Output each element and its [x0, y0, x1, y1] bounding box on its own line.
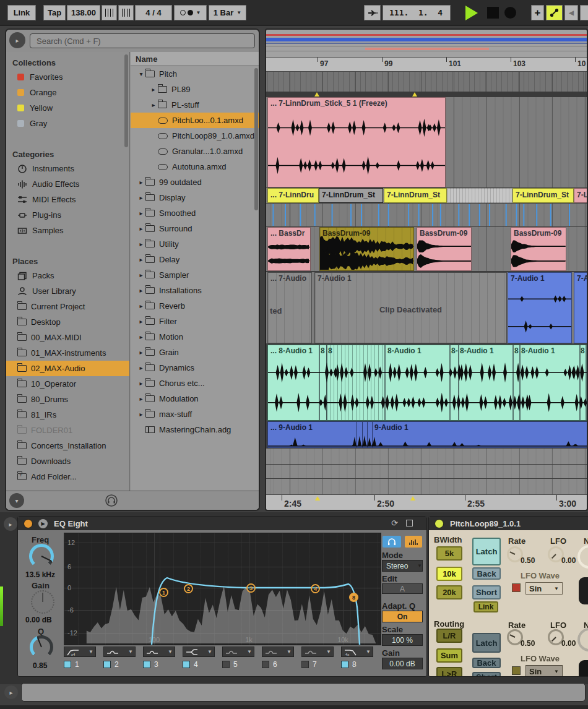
- clip-audio7[interactable]: 7-Audio 1: [508, 272, 572, 343]
- time-ruler[interactable]: 2:45 2:50 2:55 3:00: [266, 494, 587, 511]
- clip-audio8-group[interactable]: ... 8-Audio 1 8 8 8-Audio 1 8- 8-Audio 1…: [267, 345, 588, 421]
- eq-band-5-toggle[interactable]: [222, 661, 230, 668]
- gain-knob[interactable]: [31, 590, 54, 614]
- ar극rangement-overview[interactable]: [266, 30, 587, 58]
- eq-curve-display[interactable]: 12 6 0 -6 -12 100 1k 10k 1 2 3 4 8: [64, 533, 381, 645]
- sidebar-item-instruments[interactable]: Instruments: [6, 161, 129, 176]
- track-empty[interactable]: [266, 465, 588, 478]
- latch-button[interactable]: Latch: [472, 538, 501, 565]
- note-knob-b[interactable]: [577, 628, 588, 651]
- note-knob[interactable]: [577, 545, 588, 569]
- clip-bassdrum-selected[interactable]: BassDrum-09: [319, 227, 414, 271]
- eq-band-7-toggle[interactable]: [301, 661, 309, 668]
- sidebar-item-midi-effects[interactable]: MIDI Effects: [6, 192, 129, 207]
- track-empty[interactable]: [266, 479, 588, 494]
- edit-ab-button[interactable]: A: [382, 583, 423, 594]
- caret-right-icon[interactable]: ▸: [137, 179, 145, 186]
- pitch-knob[interactable]: [579, 577, 588, 604]
- device-area-toggle-button[interactable]: ▸: [4, 517, 17, 531]
- eq-band-3-filter-menu[interactable]: ▼: [143, 647, 175, 657]
- file-row[interactable]: ▸Display: [131, 190, 259, 205]
- caret-right-icon[interactable]: ▸: [137, 256, 145, 263]
- metronome-button[interactable]: ▼: [174, 5, 207, 20]
- file-row[interactable]: PitchLoop89_1.0.amxd: [131, 128, 259, 144]
- tap-tempo-button[interactable]: Tap: [43, 5, 66, 20]
- caret-right-icon[interactable]: ▸: [137, 194, 145, 201]
- caret-right-icon[interactable]: ▸: [149, 86, 158, 93]
- latch-button-b[interactable]: Latch: [472, 633, 501, 653]
- file-row[interactable]: ▸Chorus etc...: [131, 376, 259, 391]
- lfo-wave-swatch-b[interactable]: [512, 666, 521, 675]
- stop-button[interactable]: [487, 7, 499, 19]
- file-row[interactable]: ▸Reverb: [131, 298, 259, 314]
- browser-collapse-button[interactable]: ▾: [9, 493, 24, 508]
- quantize-menu[interactable]: 1 Bar▼: [209, 5, 246, 20]
- clip-audio7-deactivated[interactable]: 7-Audio 1 Clip Deactivated: [314, 272, 507, 343]
- pitch-knob-b[interactable]: [579, 660, 588, 677]
- marker-icon[interactable]: [315, 496, 320, 501]
- clip-linndrum-selected[interactable]: 7-LinnDrum_St: [319, 188, 383, 203]
- sidebar-item-concerts-installation[interactable]: Concerts_Installation: [6, 438, 129, 453]
- sidebar-item-yellow[interactable]: Yellow: [6, 100, 129, 116]
- clip-bassdrum[interactable]: ... BassDr: [267, 227, 311, 271]
- arrangement-position-field[interactable]: 111. 1. 4: [383, 5, 451, 20]
- audition-button[interactable]: [383, 536, 401, 548]
- clip-linndrum-pink[interactable]: 7-L: [574, 188, 588, 203]
- search-input[interactable]: [30, 33, 255, 48]
- bar-ruler[interactable]: 97 99 101 103 10: [266, 58, 587, 71]
- clip-audio9[interactable]: ... 9-Audio 1 9-Audio 1: [267, 421, 588, 448]
- eq-band-6-toggle[interactable]: [262, 661, 269, 668]
- track-linndrum-slices[interactable]: ... 7-LinnDru 7-LinnDrum_St 7-LinnDrum_S…: [266, 188, 588, 203]
- sidebar-item-gray[interactable]: Gray: [6, 116, 129, 131]
- sidebar-item-samples[interactable]: Samples: [6, 223, 129, 238]
- locator-strip[interactable]: [266, 92, 587, 97]
- clip-linndrum[interactable]: ... 7-LinnDru: [267, 188, 319, 203]
- file-row[interactable]: ▸PL89: [131, 82, 259, 97]
- sidebar-item-audio-effects[interactable]: Audio Effects: [6, 176, 129, 192]
- file-row[interactable]: ▸Surround: [131, 221, 259, 236]
- browser-toggle-button[interactable]: ▸: [9, 32, 25, 48]
- record-button[interactable]: [504, 7, 516, 19]
- file-row[interactable]: ▸Modulation: [131, 391, 259, 406]
- caret-right-icon[interactable]: ▸: [137, 287, 145, 294]
- eq-band-5-filter-menu[interactable]: ▼: [222, 647, 254, 657]
- eq-band-1-toggle[interactable]: [64, 661, 71, 668]
- routing-lr-button[interactable]: L/R: [436, 629, 462, 643]
- track-bassdrum[interactable]: ... BassDr BassDrum-09 BassDrum-09 BassD…: [266, 227, 588, 271]
- sidebar-item-80-drums[interactable]: 80_Drums: [6, 392, 129, 407]
- track-audio9[interactable]: ... 9-Audio 1 9-Audio 1: [266, 421, 588, 448]
- caret-right-icon[interactable]: ▸: [137, 272, 145, 278]
- link-button-pl[interactable]: Link: [473, 601, 498, 612]
- hot-swap-icon[interactable]: ⟳: [391, 518, 398, 528]
- sidebar-item-user-library[interactable]: User Library: [6, 283, 129, 299]
- routing-l2r-button[interactable]: L>R: [436, 667, 462, 677]
- device-on-led[interactable]: [24, 519, 33, 528]
- sidebar-item-downloads[interactable]: Downloads: [6, 453, 129, 469]
- mode-select[interactable]: Stereo▼: [382, 560, 423, 572]
- eq-band-8-toggle[interactable]: [341, 661, 348, 668]
- eq-band-1-filter-menu[interactable]: x4 ▼: [64, 647, 96, 657]
- track-midi-collapsed[interactable]: [266, 204, 588, 226]
- q-knob[interactable]: [30, 635, 53, 659]
- tempo-field[interactable]: 138.00: [67, 5, 100, 20]
- caret-right-icon[interactable]: ▸: [137, 303, 145, 309]
- caret-right-icon[interactable]: ▸: [137, 241, 145, 247]
- sidebar-item-desktop[interactable]: Desktop: [6, 314, 129, 330]
- short-button-b[interactable]: Short: [472, 672, 501, 677]
- file-row[interactable]: ▸max-stuff: [131, 406, 259, 422]
- caret-right-icon[interactable]: ▸: [137, 225, 145, 232]
- eq-band-handle-2[interactable]: 2: [184, 584, 193, 593]
- track-audio8[interactable]: ... 8-Audio 1 8 8 8-Audio 1 8- 8-Audio 1…: [266, 345, 588, 421]
- locator-icon[interactable]: [314, 92, 319, 97]
- device-on-led[interactable]: [435, 519, 444, 528]
- track-empty[interactable]: [266, 449, 588, 464]
- sidebar-item-packs[interactable]: Packs: [6, 268, 129, 283]
- track-audio7[interactable]: ... 7-Audio ted 7-Audio 1 Clip Deactivat…: [266, 272, 588, 343]
- caret-right-icon[interactable]: ▸: [137, 318, 145, 325]
- sidebar-item-81-irs[interactable]: 81_IRs: [6, 407, 129, 423]
- track-linndrum-freeze[interactable]: ... 7-LinnDrum_Stick_5 1 (Freeze): [266, 97, 588, 187]
- nudge-down-button[interactable]: [102, 5, 117, 20]
- save-preset-icon[interactable]: [406, 520, 413, 526]
- scale-field[interactable]: 100 %: [382, 634, 423, 646]
- clip-empty-slices[interactable]: [447, 188, 512, 203]
